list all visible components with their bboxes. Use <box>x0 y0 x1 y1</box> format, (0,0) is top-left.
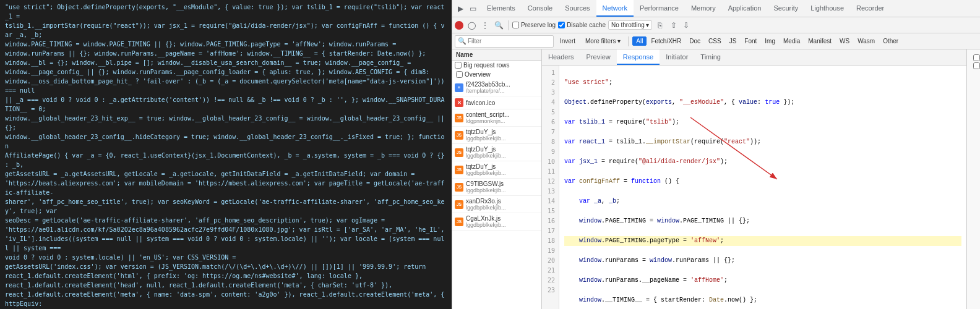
preserve-log-checkbox[interactable] <box>512 22 519 28</box>
type-img[interactable]: Img <box>761 36 779 46</box>
type-css[interactable]: CSS <box>705 36 725 46</box>
type-all[interactable]: All <box>632 36 647 46</box>
overview-checkbox[interactable] <box>456 71 463 78</box>
separator-1 <box>508 20 509 30</box>
request-name-0: f24233ab53cb... <box>466 81 510 88</box>
request-item-2[interactable]: JS content_script... ldgpnmonknjn... <box>452 109 541 127</box>
overview-row[interactable]: Overview <box>452 70 541 79</box>
upload-icon[interactable]: ⇧ <box>669 20 679 30</box>
filter-icon-small: 🔍 <box>458 37 466 45</box>
big-request-rows[interactable]: Big request rows <box>452 61 541 70</box>
disable-cache-checkbox[interactable] <box>558 22 565 28</box>
download-icon[interactable]: ⇩ <box>681 20 691 30</box>
type-doc[interactable]: Doc <box>686 36 704 46</box>
tab-memory[interactable]: Memory <box>685 0 722 17</box>
code-viewer: 12345 678910 1112131415 1617181920 21222… <box>542 66 966 309</box>
request-item-6[interactable]: JS C9TlBGSW.js lggdbpblkekjib... <box>452 179 541 196</box>
throttle-dropdown[interactable]: No throttling ▾ <box>608 20 652 30</box>
type-font[interactable]: Font <box>741 36 760 46</box>
type-fetch-xhr[interactable]: Fetch/XHR <box>647 36 685 46</box>
inspect-icon[interactable]: ▶ <box>455 4 465 14</box>
search-icon[interactable]: 🔍 <box>494 20 504 30</box>
request-name-7: xanDRx3o.js <box>466 198 506 205</box>
device-icon[interactable]: ▭ <box>468 4 478 14</box>
filter-input[interactable] <box>468 38 551 44</box>
response-tab-preview[interactable]: Preview <box>580 49 617 65</box>
tab-performance[interactable]: Performance <box>634 0 685 17</box>
request-icon-8: JS <box>455 218 463 226</box>
type-ws[interactable]: WS <box>836 36 853 46</box>
request-item-3[interactable]: JS tqtzDuY_js lggdbpblkekjib... <box>452 127 541 144</box>
tab-console[interactable]: Console <box>522 0 559 17</box>
screenshots-checkbox[interactable] <box>973 62 980 69</box>
code-line-9: window.PAGE_TIMING.pageType = 'affNew'; <box>564 236 961 246</box>
devtools-panel: 996px × 1247px ▶ ▭ Elements Console Sour… <box>452 0 980 309</box>
group-screenshot-options: Group by frame Screenshots <box>969 52 980 72</box>
network-toolbar-2: 🔍 Invert More filters ▾ All Fetch/XHR Do… <box>452 33 980 49</box>
wifi-icon[interactable]: ⎘ <box>655 20 665 30</box>
more-filters-button[interactable]: More filters ▾ <box>582 36 624 46</box>
request-item-7[interactable]: JS xanDRx3o.js lggdbpblkekjib... <box>452 196 541 213</box>
request-item-8[interactable]: JS CgaLXnJk.js lggdbpblkekjib... <box>452 213 541 231</box>
request-name-8: CgaLXnJk.js <box>466 215 506 222</box>
preserve-log-label[interactable]: Preserve log <box>512 22 556 28</box>
request-list: Name Big request rows Overview ≡ f24233a… <box>452 49 542 309</box>
invert-button[interactable]: Invert <box>556 36 579 46</box>
tab-network[interactable]: Network <box>596 0 634 17</box>
type-js[interactable]: JS <box>726 36 741 46</box>
tab-sources[interactable]: Sources <box>559 0 596 17</box>
request-item-0[interactable]: ≡ f24233ab53cb... /template/pre/... <box>452 79 541 96</box>
network-toolbar-1: ◯ ⋮ 🔍 Preserve log Disable cache No thro… <box>452 17 980 33</box>
code-line-11: window.runParams.__pageName = 'affHome'; <box>564 276 961 286</box>
response-tab-response[interactable]: Response <box>617 49 660 65</box>
tab-recorder[interactable]: Recorder <box>850 0 890 17</box>
request-sub-2: ldgpnmonknjn... <box>466 118 510 124</box>
response-tab-headers[interactable]: Headers <box>542 49 580 65</box>
type-manifest[interactable]: Manifest <box>804 36 835 46</box>
record-button[interactable] <box>455 21 463 30</box>
group-by-frame-checkbox[interactable] <box>973 54 980 61</box>
line-numbers: 12345 678910 1112131415 1617181920 21222… <box>542 66 559 309</box>
separator-2 <box>628 36 629 46</box>
disable-cache-label[interactable]: Disable cache <box>558 22 606 28</box>
code-line-5: var jsx_1 = require("@ali/dida-render/js… <box>564 157 961 167</box>
request-icon-1: ✕ <box>455 98 463 107</box>
request-sub-0: /template/pre/... <box>466 88 510 94</box>
clear-button[interactable]: ◯ <box>466 20 476 30</box>
tab-application[interactable]: Application <box>722 0 768 17</box>
big-request-rows-checkbox[interactable] <box>455 62 462 69</box>
tab-lighthouse[interactable]: Lighthouse <box>804 0 850 17</box>
request-list-header: Name <box>452 49 541 61</box>
devtools-content: Name Big request rows Overview ≡ f24233a… <box>452 49 980 309</box>
request-name-2: content_script... <box>466 111 510 118</box>
tab-bar: ▶ ▭ Elements Console Sources Network Per… <box>452 0 980 17</box>
code-line-10: window.runParams = window.runParams || {… <box>564 256 961 266</box>
filter-icon[interactable]: ⋮ <box>480 20 490 30</box>
code-line-12: window.__TIMING__ = { startRender: Date.… <box>564 295 961 305</box>
request-item-1[interactable]: ✕ favicon.ico <box>452 96 541 109</box>
request-item-4[interactable]: JS tqtzDuY_js lggdbpblkekjib... <box>452 144 541 161</box>
request-icon-7: JS <box>455 200 463 209</box>
request-name-1: favicon.ico <box>466 99 495 106</box>
type-filters: All Fetch/XHR Doc CSS JS Font Img Media … <box>632 36 902 46</box>
code-line-4: var react_1 = tslib_1.__importStar(requi… <box>564 137 961 147</box>
code-line-1: "use strict"; <box>564 78 961 88</box>
request-name-6: C9TlBGSW.js <box>466 180 506 187</box>
tab-security[interactable]: Security <box>767 0 804 17</box>
upload-download: ⇧ ⇩ <box>668 20 692 30</box>
request-sub-8: lggdbpblkekjib... <box>466 222 506 228</box>
type-other[interactable]: Other <box>879 36 902 46</box>
response-tab-initiator[interactable]: Initiator <box>660 49 694 65</box>
request-sub-3: lggdbpblkekjib... <box>466 135 506 142</box>
type-media[interactable]: Media <box>780 36 804 46</box>
screenshots-label[interactable]: Screenshots <box>973 62 980 69</box>
code-line-8: window.PAGE_TIMING = window.PAGE_TIMING … <box>564 216 961 226</box>
filter-bar: 🔍 <box>455 35 554 48</box>
response-tab-timing[interactable]: Timing <box>694 49 727 65</box>
type-wasm[interactable]: Wasm <box>854 36 879 46</box>
app-container: "use strict"; Object.defineProperty(expo… <box>0 0 980 309</box>
tab-elements[interactable]: Elements <box>481 0 522 17</box>
request-sub-7: lggdbpblkekjib... <box>466 205 506 211</box>
request-item-5[interactable]: JS tqtzDuY_js lggdbpblkekjib... <box>452 161 541 179</box>
group-by-frame-label[interactable]: Group by frame <box>973 54 980 61</box>
